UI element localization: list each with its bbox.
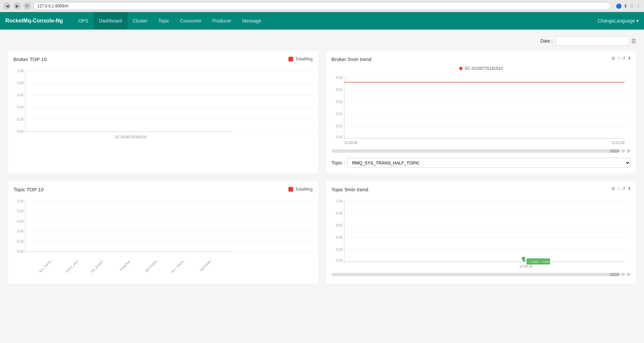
content-grid: Broker TOP 10 TotalMsg 1.00 0.80 0.60 0.… <box>8 51 636 283</box>
svg-text:0.80: 0.80 <box>17 81 24 85</box>
legend-dot-broker <box>288 57 293 61</box>
main-content: Date : ☰ Broker TOP 10 TotalMsg 1.00 0.8… <box>0 30 644 290</box>
expand-icon[interactable]: ⊞ <box>611 56 615 61</box>
refresh-icon[interactable]: ↺ <box>622 56 626 61</box>
nav-menu: OPS Dashboard Cluster Topic Consumer Pro… <box>73 12 598 30</box>
topic-trend-panel: Topic 5min trend ⊞ □ ↺ ⬇ 1.00 0.80 0.60 … <box>326 181 636 283</box>
topic-scroll-right-icon[interactable]: ⟳ <box>627 272 631 277</box>
change-language-button[interactable]: ChangeLanguage ▾ <box>598 18 639 23</box>
scroll-left-icon[interactable]: ⟳ <box>621 148 625 154</box>
broker-trend-toolbar: ⊞ □ ↺ ⬇ <box>611 56 631 61</box>
broker-trend-panel: Broker 5min trend ⊞ □ ↺ ⬇ SC-20180725181… <box>326 51 636 173</box>
trend-legend-dot <box>459 67 463 70</box>
svg-text:↑ 2.2K/s ↑ 2.8K/s: ↑ 2.2K/s ↑ 2.8K/s <box>528 260 551 263</box>
svg-text:1.00: 1.00 <box>17 69 24 73</box>
svg-text:0.20: 0.20 <box>17 240 24 243</box>
scroll-track[interactable] <box>331 149 620 153</box>
svg-text:0.02: 0.02 <box>336 88 343 92</box>
svg-text:0.00: 0.00 <box>336 135 343 139</box>
nav-item-cluster[interactable]: Cluster <box>127 12 153 30</box>
navbar: RocketMq-Console-Ng OPS Dashboard Cluste… <box>0 12 644 30</box>
url-text: 127.0.0.1:8089/#/ <box>37 4 68 8</box>
bookmark-icon[interactable]: ☆ <box>630 3 634 9</box>
broker-top10-legend-label: TotalMsg <box>295 56 313 61</box>
topic-expand-icon[interactable]: ⊞ <box>611 186 615 191</box>
svg-text:1.00: 1.00 <box>336 199 343 203</box>
topic-top10-title: Topic TOP 10 <box>13 187 313 192</box>
trend-legend-label: SC-20180725181610 <box>465 66 503 71</box>
scroll-thumb <box>610 149 620 153</box>
svg-text:ED_EVENT: ED_EVENT <box>91 259 104 273</box>
broker-top10-title: Broker TOP 10 <box>13 56 313 62</box>
legend-dot-topic <box>288 187 293 192</box>
svg-text:12:00:00: 12:00:00 <box>344 141 357 145</box>
svg-text:1.00: 1.00 <box>17 199 24 203</box>
url-bar[interactable]: 127.0.0.1:8089/#/ <box>34 2 611 10</box>
reload-button[interactable]: ↻ <box>23 2 31 10</box>
topic-label: Topic : <box>331 160 345 165</box>
back-button[interactable]: ◀ <box>3 2 11 10</box>
nav-item-producer[interactable]: Producer <box>207 12 237 30</box>
topic-refresh-icon[interactable]: ↺ <box>622 186 626 191</box>
topic-download-icon[interactable]: ⬇ <box>628 186 631 191</box>
svg-text:0.40: 0.40 <box>17 105 24 109</box>
broker-top10-svg: 1.00 0.80 0.60 0.40 0.20 0.00 <box>13 66 313 140</box>
nav-item-topic[interactable]: Topic <box>153 12 175 30</box>
svg-text:0.60: 0.60 <box>17 219 24 223</box>
svg-text:0.01: 0.01 <box>336 112 343 116</box>
svg-text:0.20: 0.20 <box>336 248 343 251</box>
svg-text:0.60: 0.60 <box>336 224 343 227</box>
broker-trend-chart-container: SC-20180725181610 0.03 0.02 0.01 0.01 0.… <box>331 66 631 154</box>
svg-text:0.40: 0.40 <box>336 236 343 239</box>
topic-scroll-thumb <box>610 273 620 276</box>
nav-item-ops[interactable]: OPS <box>73 12 94 30</box>
date-filter-row: Date : ☰ <box>8 36 636 46</box>
svg-text:0.03: 0.03 <box>336 76 343 80</box>
calendar-icon[interactable]: ☰ <box>631 38 636 44</box>
svg-text:12:01:00: 12:01:00 <box>611 141 625 145</box>
topic-fullscreen-icon[interactable]: □ <box>617 186 620 191</box>
svg-text:12:00:30: 12:00:30 <box>520 264 533 268</box>
svg-text:0.01: 0.01 <box>336 100 343 104</box>
broker-top10-chart: 1.00 0.80 0.60 0.40 0.20 0.00 <box>13 66 313 141</box>
nav-item-consumer[interactable]: Consumer <box>175 12 207 30</box>
nav-item-message[interactable]: Message <box>237 12 267 30</box>
svg-text:nullCluster: nullCluster <box>199 259 211 272</box>
svg-text:0.40: 0.40 <box>17 230 24 233</box>
svg-point-72 <box>522 257 525 260</box>
topic-top10-chart: 1.00 0.80 0.60 0.40 0.20 0.00 <box>13 196 313 278</box>
upload-icon[interactable]: ⬆ <box>624 3 628 9</box>
topic-trend-svg: 1.00 0.80 0.60 0.40 0.20 0.00 <box>331 196 631 270</box>
date-input[interactable] <box>555 36 629 46</box>
topic-select[interactable]: RMQ_SYS_TRANS_HALF_TOPIC ALF_TOPIC TOPIC… <box>347 158 631 168</box>
broker-trend-svg: 0.03 0.02 0.01 0.01 0.01 0.00 <box>331 73 631 147</box>
download-icon[interactable]: ⬇ <box>628 56 631 61</box>
nav-item-dashboard[interactable]: Dashboard <box>94 12 127 30</box>
topic-top10-legend: TotalMsg <box>288 187 313 192</box>
svg-text:0.00: 0.00 <box>17 130 24 133</box>
broker-top10-panel: Broker TOP 10 TotalMsg 1.00 0.80 0.60 0.… <box>8 51 318 173</box>
topic-trend-toolbar: ⊞ □ ↺ ⬇ <box>611 186 631 191</box>
broker-trend-scrollbar: ⟳ ⟳ <box>331 148 631 154</box>
svg-text:0.60: 0.60 <box>17 93 24 97</box>
topic-scroll-left-icon[interactable]: ⟳ <box>621 272 625 277</box>
extension-icon[interactable]: 🔵 <box>616 3 622 9</box>
forward-button[interactable]: ▶ <box>13 2 21 10</box>
brand-name[interactable]: RocketMq-Console-Ng <box>5 18 63 24</box>
svg-text:0.00: 0.00 <box>336 259 343 262</box>
menu-icon[interactable]: ⋮ <box>636 3 641 9</box>
topic-scroll-track[interactable] <box>331 273 620 276</box>
broker-trend-legend: SC-20180725181610 <box>331 66 631 71</box>
topic-top10-panel: Topic TOP 10 TotalMsg 1.00 0.80 0.60 0.4… <box>8 181 318 283</box>
fullscreen-icon[interactable]: □ <box>617 56 620 61</box>
svg-text:0.80: 0.80 <box>17 209 24 213</box>
svg-text:0.20: 0.20 <box>17 117 24 121</box>
svg-text:0.01: 0.01 <box>336 124 343 128</box>
svg-text:hmwkTest: hmwkTest <box>119 259 131 272</box>
topic-trend-scrollbar: ⟳ ⟳ <box>331 272 631 277</box>
scroll-right-icon[interactable]: ⟳ <box>627 148 631 154</box>
topic-top10-svg: 1.00 0.80 0.60 0.40 0.20 0.00 <box>13 196 313 277</box>
svg-text:807251816: 807251816 <box>145 259 158 273</box>
svg-text:0.80: 0.80 <box>336 211 343 215</box>
broker-trend-title: Broker 5min trend <box>331 56 631 62</box>
